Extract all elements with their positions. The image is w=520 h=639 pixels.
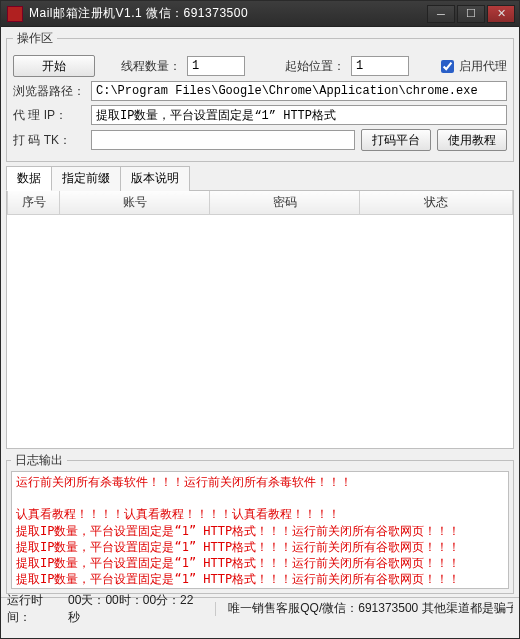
enable-proxy-label: 启用代理: [459, 58, 507, 75]
log-line: [16, 490, 504, 506]
row-top: 开始 线程数量： 起始位置： 启用代理: [13, 55, 507, 77]
captcha-tk-input[interactable]: [91, 130, 355, 150]
operation-legend: 操作区: [13, 30, 57, 47]
tab-strip: 数据 指定前缀 版本说明: [6, 165, 514, 191]
tab-data[interactable]: 数据: [6, 166, 52, 191]
log-line: 提取IP数量，平台设置固定是“1” HTTP格式！！！运行前关闭所有谷歌网页！！…: [16, 555, 504, 571]
tab-version[interactable]: 版本说明: [120, 166, 190, 191]
start-pos-label: 起始位置：: [285, 58, 345, 75]
table-header-row: 序号 账号 密码 状态: [8, 191, 513, 215]
window-title: Mail邮箱注册机V1.1 微信：691373500: [29, 5, 427, 22]
app-icon: [7, 6, 23, 22]
tab-prefix[interactable]: 指定前缀: [51, 166, 121, 191]
status-separator: [215, 602, 216, 616]
close-button[interactable]: ✕: [487, 5, 515, 23]
log-line: 运行前关闭所有杀毒软件！！！运行前关闭所有杀毒软件！！！: [16, 474, 504, 490]
log-output[interactable]: 运行前关闭所有杀毒软件！！！运行前关闭所有杀毒软件！！！ 认真看教程！！！！认真…: [11, 471, 509, 589]
col-account[interactable]: 账号: [60, 191, 210, 215]
col-status[interactable]: 状态: [360, 191, 513, 215]
col-password[interactable]: 密码: [210, 191, 360, 215]
start-button[interactable]: 开始: [13, 55, 95, 77]
log-group: 日志输出 运行前关闭所有杀毒软件！！！运行前关闭所有杀毒软件！！！ 认真看教程！…: [6, 452, 514, 594]
maximize-button[interactable]: ☐: [457, 5, 485, 23]
captcha-platform-button[interactable]: 打码平台: [361, 129, 431, 151]
browser-path-label: 浏览器路径：: [13, 83, 85, 100]
thread-count-input[interactable]: [187, 56, 245, 76]
row-captcha: 打 码 TK： 打码平台 使用教程: [13, 129, 507, 151]
captcha-tk-label: 打 码 TK：: [13, 132, 85, 149]
proxy-ip-label: 代 理 IP：: [13, 107, 85, 124]
operation-group: 操作区 开始 线程数量： 起始位置： 启用代理 浏览器路径：: [6, 30, 514, 162]
browser-path-input[interactable]: [91, 81, 507, 101]
titlebar[interactable]: Mail邮箱注册机V1.1 微信：691373500 ─ ☐ ✕: [1, 1, 519, 27]
runtime-value: 00天：00时：00分：22秒: [68, 592, 203, 626]
log-legend: 日志输出: [11, 452, 67, 469]
sales-info: 唯一销售客服QQ/微信：691373500 其他渠道都是骗子: [228, 600, 513, 617]
runtime-label: 运行时间：: [7, 592, 66, 626]
log-line: 提取IP数量，平台设置固定是“1” HTTP格式！！！运行前关闭所有谷歌网页！！…: [16, 523, 504, 539]
log-line: 提取IP数量，平台设置固定是“1” HTTP格式！！！运行前关闭所有谷歌网页！！…: [16, 539, 504, 555]
app-window: Mail邮箱注册机V1.1 微信：691373500 ─ ☐ ✕ 操作区 开始 …: [0, 0, 520, 639]
minimize-button[interactable]: ─: [427, 5, 455, 23]
enable-proxy-check-input[interactable]: [441, 60, 454, 73]
data-table-wrap[interactable]: 序号 账号 密码 状态: [6, 191, 514, 449]
log-line: 认真看教程！！！！认真看教程！！！！认真看教程！！！！: [16, 506, 504, 522]
proxy-ip-input[interactable]: [91, 105, 507, 125]
enable-proxy-checkbox[interactable]: 启用代理: [437, 57, 507, 76]
row-proxy: 代 理 IP：: [13, 105, 507, 125]
thread-count-label: 线程数量：: [121, 58, 181, 75]
col-seq[interactable]: 序号: [8, 191, 60, 215]
client-area: 操作区 开始 线程数量： 起始位置： 启用代理 浏览器路径：: [1, 27, 519, 638]
tutorial-button[interactable]: 使用教程: [437, 129, 507, 151]
data-table: 序号 账号 密码 状态: [7, 191, 513, 215]
window-controls: ─ ☐ ✕: [427, 5, 515, 23]
start-pos-input[interactable]: [351, 56, 409, 76]
status-bar: 运行时间： 00天：00时：00分：22秒 唯一销售客服QQ/微信：691373…: [1, 597, 519, 619]
log-line: 提取IP数量，平台设置固定是“1” HTTP格式！！！运行前关闭所有谷歌网页！！…: [16, 571, 504, 587]
row-browser: 浏览器路径：: [13, 81, 507, 101]
